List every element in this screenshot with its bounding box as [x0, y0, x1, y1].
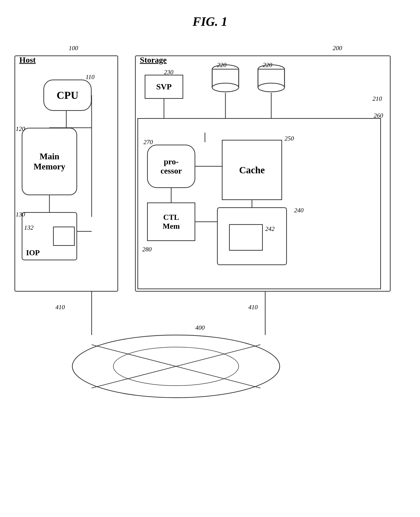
ref-270: 270: [143, 139, 153, 146]
cache-label: Cache: [239, 164, 265, 176]
cache-block: Cache: [222, 140, 282, 200]
ref-200: 200: [333, 44, 342, 52]
ref-410-left: 410: [55, 304, 65, 311]
page-title: FIG. 1: [0, 15, 420, 29]
ref-242: 242: [265, 225, 275, 233]
svg-point-9: [258, 83, 285, 92]
ctl-mem-label: CTLMem: [163, 213, 180, 231]
ref-210: 210: [373, 95, 382, 103]
ref-132: 130: [16, 211, 25, 218]
iop-inner-box: [53, 227, 75, 246]
main-memory-label: MainMemory: [34, 151, 65, 172]
ref-110: 110: [86, 74, 95, 81]
svp-label: SVP: [156, 82, 172, 91]
svg-point-4: [212, 83, 239, 92]
cpu-block: CPU: [43, 80, 92, 111]
box-242: [229, 224, 263, 251]
ref-240: 240: [294, 207, 304, 214]
processor-label: pro-cessor: [161, 157, 182, 176]
ref-400: 400: [195, 324, 205, 332]
ref-250: 250: [285, 135, 294, 142]
svp-block: SVP: [145, 75, 183, 99]
iop-label: IOP: [26, 248, 40, 257]
ref-iop: 132: [24, 224, 34, 231]
ref-100: 100: [69, 44, 78, 52]
processor-block: pro-cessor: [147, 145, 195, 188]
ref-230: 230: [164, 69, 173, 76]
ref-410-right: 410: [248, 304, 258, 311]
main-memory-block: MainMemory: [22, 128, 77, 195]
cpu-label: CPU: [57, 89, 78, 102]
ctl-mem-block: CTLMem: [147, 202, 195, 241]
ref-280: 280: [142, 246, 152, 253]
ref-120: 120: [16, 125, 25, 133]
ref-220-2: 220: [263, 61, 272, 69]
network-ellipse: [70, 332, 282, 400]
ref-220-1: 220: [217, 61, 226, 69]
